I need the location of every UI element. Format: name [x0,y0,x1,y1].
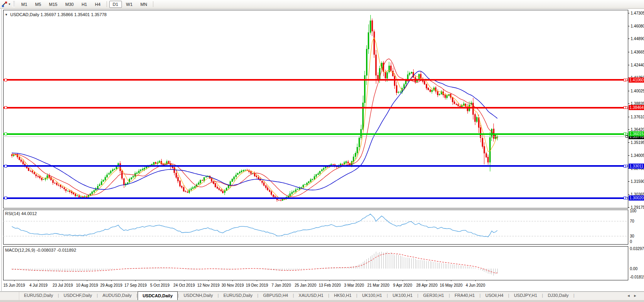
chart-tab-bar: EURUSD,Daily|USDCHF,Daily|AUDUSD,Daily|U… [0,291,644,300]
date-tick-label: 25 Jan 2020 [294,283,316,287]
timeframe-button-m1[interactable]: M1 [18,1,31,8]
chart-tab-xauusd-h1[interactable]: XAUUSD,H1 [294,292,328,300]
chart-tab-gbpusd-h4[interactable]: GBPUSD,H4 [258,292,293,300]
svg-text:1.38464: 1.38464 [629,105,644,110]
rsi-pane[interactable] [3,210,628,244]
svg-text:1.30020: 1.30020 [629,196,644,200]
symbol-title: USDCAD,Daily 1.35697 1.35866 1.35401 1.3… [10,12,107,17]
rsi-axis-label: 100 [630,209,637,213]
date-tick-label: 4 Jul 2019 [29,283,48,287]
date-tick-label: 3 Mar 2020 [344,283,364,287]
chart-tab-eurusd-daily[interactable]: EURUSD,Daily [219,292,257,300]
chart-tools-icon[interactable] [1,1,8,7]
rsi-axis-label: 30 [630,234,635,238]
chart-title: ▼USDCAD,Daily 1.35697 1.35866 1.35401 1.… [5,12,107,17]
tab-separator: | [573,292,574,300]
timeframe-button-m30[interactable]: M30 [62,1,77,8]
chart-tab-uk100-h1[interactable]: UK100,H1 [357,292,387,300]
main-price-pane[interactable] [3,10,628,208]
timeframe-button-h1[interactable]: H1 [78,1,90,8]
chart-tab-audusd-daily[interactable]: AUDUSD,Daily [98,292,136,300]
price-tick-label: 1.37610 [631,115,644,119]
price-tick-label: 1.44890 [631,37,644,41]
date-tick-label: 12 Nov 2019 [197,283,220,287]
chart-tab-usdchf-daily[interactable]: USDCHF,Daily [59,292,97,300]
price-tick-label: 1.36420 [631,127,644,132]
hline-handle[interactable] [4,133,7,135]
date-axis[interactable]: 15 Jun 20194 Jul 201923 Jul 201910 Aug 2… [3,280,485,287]
timeframe-button-d1[interactable]: D1 [109,1,122,8]
macd-pane[interactable] [3,246,628,280]
hline-price-label: 1.33011 [626,164,644,169]
chart-tab-uk100-h1[interactable]: UK100,H1 [388,292,418,300]
date-tick-label: 29 Aug 2019 [100,283,123,287]
price-tick-label: 1.46080 [631,24,644,28]
hline-handle[interactable] [4,197,7,199]
chart-tab-hk50-h1[interactable]: HK50,H1 [329,292,356,300]
hline-price-label: 1.38464 [626,105,644,110]
date-tick-label: 21 Mar 2020 [367,283,390,287]
chart-tab-usoil-h4[interactable]: USOil,H4 [480,292,508,300]
hline-price-label: 1.30020 [626,195,644,201]
price-tick-label: 1.31590 [631,179,644,184]
date-tick-label: 16 May 2020 [440,283,463,287]
timeframe-button-m15[interactable]: M15 [46,1,61,8]
date-tick-label: 9 Apr 2020 [393,283,412,287]
tabbar-left-edge [0,292,19,300]
price-tick-label: 1.34005 [631,153,644,158]
timeframe-button-mn[interactable]: MN [137,1,151,8]
date-tick-label: 15 Jun 2019 [3,283,25,287]
rsi-axis-label: 0 [630,239,632,244]
toolbar-separator [107,1,107,7]
date-tick-label: 28 Apr 2020 [416,283,438,287]
hline-handle[interactable] [4,165,7,167]
macd-label: MACD(12,26,9) -0.008037 -0.011892 [5,248,76,252]
price-tick-label: 1.35195 [631,140,644,145]
svg-text:1.36015: 1.36015 [629,132,644,136]
timeframe-button-h4[interactable]: H4 [91,1,104,8]
price-tick-label: 1.47305 [631,11,644,15]
tab-scroll-right-icon[interactable]: ► [633,294,640,298]
hline-handle[interactable] [4,79,7,81]
chart-canvas[interactable]: 1.473051.460801.448901.436651.424401.412… [0,0,644,302]
date-tick-label: 7 Jan 2020 [272,283,291,287]
pane-frames [1,9,628,291]
price-tick-label: 1.43665 [631,50,644,54]
hline-price-label: 1.41060 [626,77,644,83]
price-tick-label: 1.42440 [631,63,644,67]
date-tick-label: 10 Aug 2019 [76,283,98,287]
chart-tab-fra40-h1[interactable]: FRA40,H1 [450,292,479,300]
mt4-terminal-window: { "icons": { "dropdown_triangle": "▼", "… [0,0,644,302]
separator-price-rsi[interactable] [3,208,628,210]
chart-tab-eurusd-daily[interactable]: EURUSD,Daily [19,292,58,300]
chart-tab-usdcad-daily[interactable]: USDCAD,Daily [138,291,178,300]
chevron-down-icon[interactable]: ▾ [9,2,10,6]
separator-rsi-macd[interactable] [3,244,628,246]
hline-handle[interactable] [4,107,7,109]
date-tick-label: 30 Nov 2019 [221,283,244,287]
rsi-label: RSI(14) 44.0012 [5,211,37,216]
timeframe-toolbar: ▾ M1M5M15M30H1H4D1W1MN [0,0,644,9]
date-tick-label: 5 Oct 2019 [150,283,169,287]
dropdown-triangle-icon[interactable]: ▼ [5,13,8,17]
chart-tab-usdcnh-daily[interactable]: USDCNH,Daily [179,292,218,300]
tab-scroll-left-icon[interactable]: ◄ [627,294,633,298]
hline-price-label: 1.36015 [626,131,644,136]
date-tick-label: 24 Oct 2019 [173,283,195,287]
date-tick-label: 17 Sep 2019 [124,283,147,287]
price-tick-label: 1.40025 [631,89,644,93]
toolbar-separator [153,1,153,7]
rsi-axis-label: 70 [630,219,635,223]
date-tick-label: 13 Feb 2020 [319,283,341,287]
timeframe-button-m5[interactable]: M5 [31,1,44,8]
date-tick-label: 4 Jun 2020 [466,283,486,287]
toolbar-drag-grip[interactable] [13,1,15,7]
chart-tab-usdjpy-h1[interactable]: USDJPY,H1 [509,292,542,300]
window-bottom-strip [0,300,644,302]
timeframe-button-w1[interactable]: W1 [123,1,136,8]
date-tick-label: 23 Jul 2019 [53,283,73,287]
svg-text:1.41060: 1.41060 [629,78,644,82]
chart-tab-ger30-h1[interactable]: GER30,H1 [418,292,449,300]
date-tick-label: 19 Dec 2019 [246,283,268,287]
chart-tab-dj30-daily[interactable]: DJ30,Daily [543,292,573,300]
